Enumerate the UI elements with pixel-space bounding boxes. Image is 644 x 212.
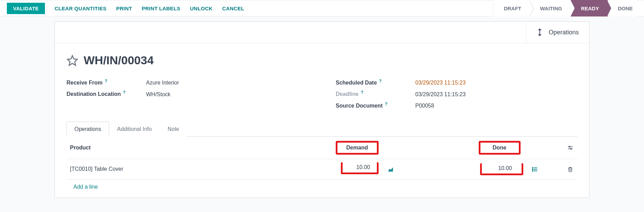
table-row[interactable]: [TC0010] Table Cover 10.00 [67, 159, 577, 179]
tab-additional-info[interactable]: Additional Info [109, 122, 159, 137]
help-icon[interactable]: ? [385, 102, 387, 107]
cancel-button[interactable]: CANCEL [222, 5, 244, 11]
deadline-value: 03/29/2023 11:15:23 [415, 91, 466, 98]
source-doc-value[interactable]: P00058 [415, 103, 434, 109]
add-line-button[interactable]: Add a line [70, 180, 101, 194]
col-forecast-icon [383, 137, 397, 159]
star-icon[interactable] [67, 55, 78, 66]
field-source-doc: Source Document ? P00058 [336, 100, 577, 111]
operations-stat-button[interactable]: Operations [526, 22, 589, 43]
list-icon [532, 166, 538, 172]
col-settings[interactable] [563, 137, 577, 159]
left-fields: Receive From ? Azure Interior Destinatio… [67, 77, 308, 111]
field-destination: Destination Location ? WH/Stock [67, 88, 308, 99]
operations-stat-label: Operations [549, 29, 579, 36]
help-icon[interactable]: ? [379, 79, 381, 83]
receive-from-value[interactable]: Azure Interior [146, 80, 179, 86]
updown-arrow-icon [536, 28, 543, 37]
field-deadline: Deadline ? 03/29/2023 11:15:23 [336, 88, 577, 99]
fields-grid: Receive From ? Azure Interior Destinatio… [67, 77, 577, 111]
source-doc-label: Source Document ? [336, 102, 411, 109]
receive-from-label: Receive From ? [67, 79, 142, 86]
operations-table: Product Demand Done [67, 137, 577, 194]
delete-row-button[interactable] [563, 159, 577, 179]
detail-button[interactable] [528, 159, 542, 179]
svg-point-5 [571, 148, 572, 149]
left-actions: VALIDATE CLEAR QUANTITIES PRINT PRINT LA… [7, 3, 244, 14]
svg-point-3 [569, 146, 570, 147]
unlock-button[interactable]: UNLOCK [190, 5, 213, 11]
tabs: Operations Additional Info Note [67, 121, 577, 137]
status-done[interactable]: DONE [608, 0, 637, 16]
col-detail-icon [528, 137, 542, 159]
help-icon[interactable]: ? [361, 90, 363, 95]
add-line-row: Add a line [67, 179, 577, 194]
help-icon[interactable]: ? [123, 90, 126, 95]
status-bar: DRAFT WAITING READY DONE [493, 0, 637, 16]
svg-marker-1 [68, 55, 77, 65]
cell-demand[interactable]: 10.00 [332, 159, 383, 179]
col-product[interactable]: Product [67, 137, 332, 159]
svg-point-12 [533, 170, 533, 171]
destination-label: Destination Location ? [67, 90, 142, 97]
destination-value[interactable]: WH/Stock [146, 91, 170, 98]
scheduled-label: Scheduled Date ? [336, 79, 411, 86]
field-scheduled: Scheduled Date ? 03/29/2023 11:15:23 [336, 77, 577, 88]
sheet-body: WH/IN/00034 Receive From ? Azure Interio… [55, 43, 589, 198]
title-row: WH/IN/00034 [67, 54, 577, 67]
trash-icon [568, 166, 573, 172]
sheet-header: Operations [55, 22, 589, 43]
col-done[interactable]: Done [475, 137, 528, 159]
cell-product[interactable]: [TC0010] Table Cover [67, 159, 332, 179]
status-waiting[interactable]: WAITING [530, 0, 571, 16]
right-fields: Scheduled Date ? 03/29/2023 11:15:23 Dea… [336, 77, 577, 111]
chart-area-icon [387, 166, 394, 172]
forecast-button[interactable] [383, 159, 397, 179]
field-receive-from: Receive From ? Azure Interior [67, 77, 308, 88]
form-sheet: Operations WH/IN/00034 Receive From [55, 21, 589, 198]
deadline-label: Deadline ? [336, 90, 411, 97]
status-ready[interactable]: READY [571, 0, 608, 16]
svg-point-10 [533, 169, 533, 170]
tab-note[interactable]: Note [160, 122, 187, 137]
clear-quantities-button[interactable]: CLEAR QUANTITIES [55, 5, 106, 11]
validate-button[interactable]: VALIDATE [7, 3, 45, 14]
print-labels-button[interactable]: PRINT LABELS [142, 5, 180, 11]
content: Operations WH/IN/00034 Receive From [20, 21, 624, 198]
status-draft[interactable]: DRAFT [493, 0, 530, 16]
document-title: WH/IN/00034 [84, 54, 154, 67]
scheduled-value[interactable]: 03/29/2023 11:15:23 [415, 80, 466, 86]
settings-icon [567, 145, 573, 150]
print-button[interactable]: PRINT [116, 5, 132, 11]
help-icon[interactable]: ? [105, 79, 107, 83]
action-bar: VALIDATE CLEAR QUANTITIES PRINT PRINT LA… [0, 0, 644, 16]
tab-operations[interactable]: Operations [67, 122, 109, 137]
cell-done[interactable]: 10.00 [475, 159, 528, 179]
col-demand[interactable]: Demand [332, 137, 383, 159]
svg-point-8 [533, 167, 533, 168]
